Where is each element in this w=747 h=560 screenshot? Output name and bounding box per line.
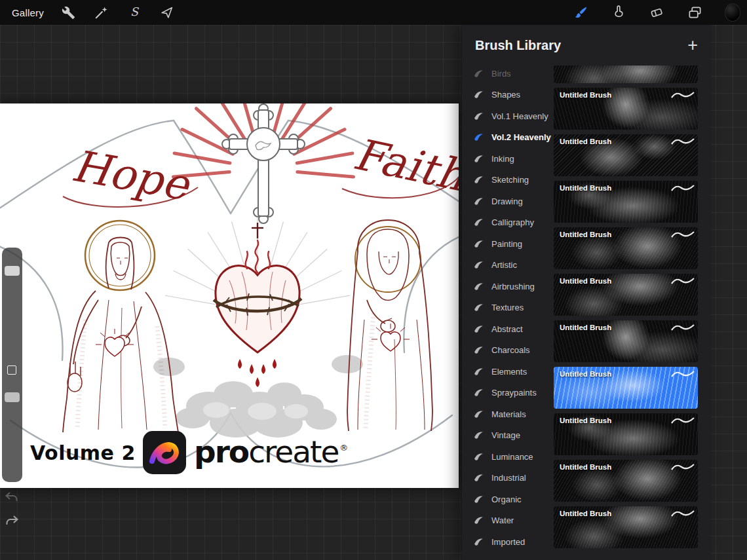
category-label: Elements (491, 367, 527, 377)
brush-stroke-icon (473, 345, 485, 356)
brush-item[interactable]: Untitled Brush (554, 367, 698, 409)
selection-button[interactable]: S (126, 5, 142, 20)
brush-signature-stroke-icon (671, 90, 695, 100)
eraser-icon (649, 5, 664, 20)
add-brush-button[interactable]: + (687, 37, 698, 54)
brush-stroke-icon (473, 238, 485, 250)
brush-category-item[interactable]: Luminance (462, 446, 554, 468)
brush-name: Untitled Brush (560, 277, 611, 285)
brush-category-item[interactable]: Shapes (462, 84, 554, 106)
brush-category-item[interactable]: Artistic (462, 255, 554, 276)
brush-category-item[interactable]: Vol.1 Heavenly (462, 105, 554, 127)
category-label: Textures (491, 303, 524, 312)
magic-wand-icon (94, 5, 109, 20)
gallery-button[interactable]: Gallery (12, 7, 44, 18)
category-label: Abstract (491, 324, 523, 334)
brush-name: Untitled Brush (560, 91, 611, 99)
category-label: Spraypaints (491, 388, 537, 398)
brush-library-panel: Brush Library + Birds Shapes Vol.1 Heave… (462, 25, 711, 560)
brush-stroke-icon (473, 430, 485, 441)
active-color-swatch (725, 3, 740, 22)
brush-item[interactable]: Untitled Brush (554, 413, 698, 455)
brush-item[interactable]: Untitled Brush (554, 227, 698, 269)
brush-stroke-icon (473, 302, 485, 314)
clouds (153, 355, 363, 438)
jesus-figure (63, 221, 178, 432)
modify-button[interactable] (7, 365, 16, 375)
panel-body: Birds Shapes Vol.1 Heavenly Vol.2 Heaven… (462, 65, 711, 560)
category-label: Shapes (491, 90, 520, 100)
brush-item[interactable]: Untitled Brush (554, 320, 698, 362)
brush-category-item[interactable]: Imported (462, 531, 554, 553)
brush-category-item[interactable]: Spraypaints (462, 383, 554, 404)
brush-signature-stroke-icon (671, 136, 695, 147)
brush-stroke-icon (473, 217, 485, 229)
eraser-tool-button[interactable] (649, 5, 664, 20)
brush-name: Untitled Brush (560, 231, 611, 238)
volume-label: Volume 2 (30, 441, 136, 464)
brush-item[interactable]: Untitled Brush (554, 181, 698, 223)
brush-category-item[interactable]: Calligraphy (462, 212, 554, 234)
brush-category-item[interactable]: Textures (462, 297, 554, 319)
brush-stroke-icon (473, 387, 485, 399)
category-label: Industrial (491, 473, 526, 483)
redo-button[interactable] (4, 513, 20, 529)
category-label: Organic (491, 495, 522, 504)
brush-signature-stroke-icon (671, 322, 695, 333)
layers-button[interactable] (687, 5, 702, 20)
opacity-slider-handle[interactable] (5, 392, 20, 402)
actions-button[interactable] (61, 5, 77, 20)
procreate-wordmark: procreate® (194, 434, 348, 470)
brush-stroke-icon (473, 67, 485, 79)
brush-category-item[interactable]: Airbrushing (462, 276, 554, 297)
brush-category-item[interactable]: Charcoals (462, 340, 554, 362)
brush-item[interactable]: Untitled Brush (554, 460, 698, 502)
brush-category-item[interactable]: Painting (462, 233, 554, 255)
wrench-icon (62, 6, 75, 20)
toolbar-right-group (573, 5, 747, 20)
mary-figure (347, 220, 432, 431)
brush-list: Untitled Brush Untitled Brush Untitled B… (554, 65, 698, 560)
category-label: Luminance (491, 452, 533, 462)
brush-tool-button[interactable] (573, 5, 588, 20)
adjustments-button[interactable] (94, 5, 109, 20)
brush-category-item[interactable]: Vintage (462, 425, 554, 447)
brush-signature-stroke-icon (671, 229, 695, 240)
brush-item[interactable]: Untitled Brush (554, 134, 698, 176)
brush-category-item[interactable]: Abstract (462, 318, 554, 340)
brush-category-item[interactable]: Organic (462, 489, 554, 510)
panel-header: Brush Library + (462, 25, 711, 65)
brush-stroke-icon (473, 110, 485, 122)
smudge-tool-button[interactable] (611, 5, 626, 20)
artwork-canvas[interactable]: Hope Faith Volume 2 procreate® (0, 103, 459, 488)
trademark-symbol: ® (339, 443, 348, 453)
brush-stroke-icon (473, 132, 485, 143)
category-label: Painting (491, 239, 522, 249)
category-label: Imported (491, 537, 525, 547)
brush-category-item[interactable]: Drawing (462, 191, 554, 212)
transform-button[interactable] (159, 5, 175, 20)
category-label: Calligraphy (491, 217, 534, 227)
sidebar-controls (2, 248, 22, 482)
brush-item[interactable]: Untitled Brush (554, 274, 698, 316)
category-label: Water (491, 515, 514, 525)
brush-category-item[interactable]: Vol.2 Heavenly (462, 127, 554, 149)
brush-category-item[interactable]: Elements (462, 361, 554, 383)
brush-stroke-icon (473, 451, 485, 462)
brush-signature-stroke-icon (671, 508, 695, 519)
brush-stroke-icon (473, 408, 485, 420)
brush-item[interactable] (554, 65, 698, 83)
brush-size-slider-handle[interactable] (5, 266, 20, 276)
brush-name: Untitled Brush (560, 463, 611, 471)
brush-category-item[interactable]: Water (462, 510, 554, 532)
undo-button[interactable] (4, 490, 20, 506)
brush-name: Untitled Brush (560, 370, 611, 378)
brush-item[interactable]: Untitled Brush (554, 88, 698, 130)
brush-category-item[interactable]: Materials (462, 403, 554, 425)
color-swatch-button[interactable] (725, 5, 740, 20)
brush-category-item[interactable]: Sketching (462, 170, 554, 191)
brush-category-item[interactable]: Industrial (462, 468, 554, 489)
brush-category-item[interactable]: Birds (462, 65, 554, 84)
brush-category-item[interactable]: Inking (462, 148, 554, 170)
brush-item[interactable]: Untitled Brush (554, 506, 698, 548)
